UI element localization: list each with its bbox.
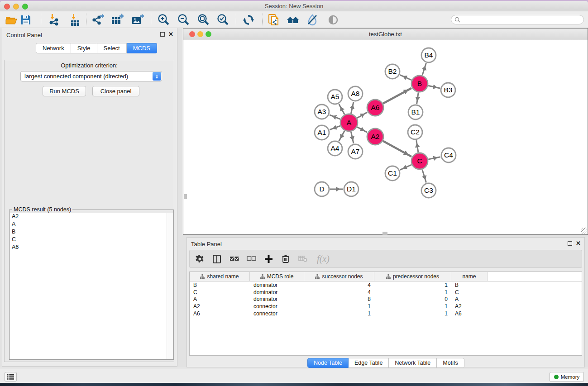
run-mcds-button[interactable]: Run MCDS: [43, 86, 86, 96]
home-networks-icon[interactable]: [286, 13, 300, 27]
edge-C-C3[interactable]: [422, 170, 426, 183]
tab-network[interactable]: Network: [36, 43, 71, 53]
table-tab-network-table[interactable]: Network Table: [389, 358, 437, 368]
column-header-predecessor-nodes[interactable]: predecessor nodes: [374, 272, 451, 281]
node-A4[interactable]: A4: [328, 141, 342, 156]
network-window-titlebar[interactable]: testGlobe.txt: [183, 29, 588, 40]
node-A6[interactable]: A6: [367, 100, 383, 116]
edge-B-B1[interactable]: [417, 92, 419, 104]
save-session-button[interactable]: [19, 13, 33, 27]
node-A1[interactable]: A1: [315, 125, 329, 140]
zoom-in-icon[interactable]: [157, 13, 170, 27]
hide-style-icon[interactable]: [306, 13, 319, 27]
node-A5[interactable]: A5: [328, 90, 342, 104]
edge-A-A7[interactable]: [351, 132, 354, 143]
column-header-MCDS-role[interactable]: MCDS role: [250, 272, 304, 281]
tab-style[interactable]: Style: [71, 43, 97, 53]
table-tab-motifs[interactable]: Motifs: [437, 358, 464, 368]
unselect-all-icon[interactable]: [246, 253, 257, 264]
table-float-icon[interactable]: [568, 241, 572, 246]
refresh-icon[interactable]: [242, 13, 255, 27]
export-network-icon[interactable]: [91, 13, 105, 27]
result-item[interactable]: A2: [10, 213, 167, 220]
node-B2[interactable]: B2: [385, 64, 400, 79]
task-history-button[interactable]: [5, 372, 17, 381]
result-item[interactable]: C: [10, 235, 167, 243]
edge-A-A8[interactable]: [351, 102, 354, 114]
import-table-icon[interactable]: [68, 13, 82, 27]
node-B4[interactable]: B4: [421, 48, 436, 62]
export-table-icon[interactable]: [111, 13, 124, 27]
add-row-icon[interactable]: [263, 253, 274, 264]
network-canvas[interactable]: B4B2BB3A5A8A6B1A3AA1C2A2A4A7C4CC1C3DD1: [183, 40, 588, 234]
tab-select[interactable]: Select: [97, 43, 127, 53]
node-A[interactable]: A: [340, 114, 358, 131]
table-close-icon[interactable]: ✕: [576, 241, 581, 246]
column-header-successor-nodes[interactable]: successor nodes: [304, 272, 374, 281]
node-C2[interactable]: C2: [408, 125, 422, 139]
table-row[interactable]: A2connector11A2: [190, 303, 582, 310]
close-panel-icon[interactable]: ✕: [168, 32, 173, 37]
node-A3[interactable]: A3: [315, 105, 329, 119]
edge-C-C2[interactable]: [416, 140, 418, 152]
select-all-icon[interactable]: [229, 253, 239, 264]
table-row[interactable]: Cdominator41C: [190, 289, 582, 296]
zoom-selected-icon[interactable]: [216, 13, 229, 27]
edge-B-B2[interactable]: [400, 75, 411, 80]
node-B[interactable]: B: [411, 76, 428, 92]
criterion-dropdown[interactable]: largest connected component (directed) ▲…: [20, 71, 162, 81]
copy-network-icon[interactable]: [267, 13, 281, 27]
table-tab-node-table[interactable]: Node Table: [307, 358, 349, 368]
window-resize-grip[interactable]: [581, 228, 587, 234]
float-panel-icon[interactable]: [160, 32, 165, 37]
edge-A2-C[interactable]: [383, 141, 411, 157]
node-D1[interactable]: D1: [344, 182, 359, 196]
result-item[interactable]: A: [10, 220, 167, 228]
node-A7[interactable]: A7: [348, 144, 363, 159]
open-session-button[interactable]: [5, 13, 18, 27]
export-image-icon[interactable]: [131, 13, 145, 27]
edge-A-A6[interactable]: [357, 112, 367, 118]
column-header-name[interactable]: name: [451, 272, 488, 281]
edge-A-A5[interactable]: [339, 104, 344, 114]
split-column-icon[interactable]: [211, 253, 222, 264]
edge-A-A2[interactable]: [357, 127, 367, 133]
eye-icon[interactable]: [326, 13, 340, 27]
node-D[interactable]: D: [315, 182, 329, 196]
node-C1[interactable]: C1: [385, 166, 400, 181]
edge-C-C1[interactable]: [400, 165, 411, 170]
table-row[interactable]: Adominator80A: [190, 295, 582, 303]
delete-table-icon[interactable]: [297, 253, 308, 264]
function-builder-icon[interactable]: f(x): [315, 253, 332, 264]
v-scroll-thumb[interactable]: [184, 194, 187, 199]
edge-A6-B[interactable]: [383, 88, 411, 104]
import-network-icon[interactable]: [47, 13, 61, 27]
column-header-shared-name[interactable]: shared name: [190, 272, 250, 281]
result-scrollbar[interactable]: [167, 213, 173, 359]
mcds-result-list[interactable]: A2ABCA6: [10, 213, 167, 359]
h-scroll-thumb[interactable]: [382, 232, 387, 235]
zoom-fit-icon[interactable]: [196, 13, 210, 27]
edge-A-A4[interactable]: [339, 131, 344, 141]
close-panel-button[interactable]: Close panel: [92, 86, 139, 96]
edge-A-A1[interactable]: [330, 126, 340, 130]
node-C[interactable]: C: [411, 153, 428, 169]
node-B3[interactable]: B3: [441, 83, 455, 97]
result-item[interactable]: A6: [10, 243, 167, 251]
edge-A-A3[interactable]: [330, 115, 340, 119]
node-B1[interactable]: B1: [408, 105, 423, 119]
edge-B-B3[interactable]: [428, 86, 440, 88]
result-item[interactable]: B: [10, 228, 167, 236]
tab-mcds[interactable]: MCDS: [127, 43, 157, 53]
edge-C-C4[interactable]: [428, 157, 440, 159]
memory-button[interactable]: Memory: [550, 372, 584, 382]
edge-B-B4[interactable]: [422, 63, 426, 76]
node-C3[interactable]: C3: [421, 183, 436, 198]
table-row[interactable]: A6connector11A6: [190, 310, 582, 317]
delete-row-trash-icon[interactable]: [280, 253, 291, 264]
zoom-out-icon[interactable]: [177, 13, 190, 27]
node-A2[interactable]: A2: [367, 129, 383, 145]
table-row[interactable]: Bdominator41B: [190, 281, 582, 289]
node-C4[interactable]: C4: [441, 148, 456, 162]
node-A8[interactable]: A8: [348, 86, 363, 101]
